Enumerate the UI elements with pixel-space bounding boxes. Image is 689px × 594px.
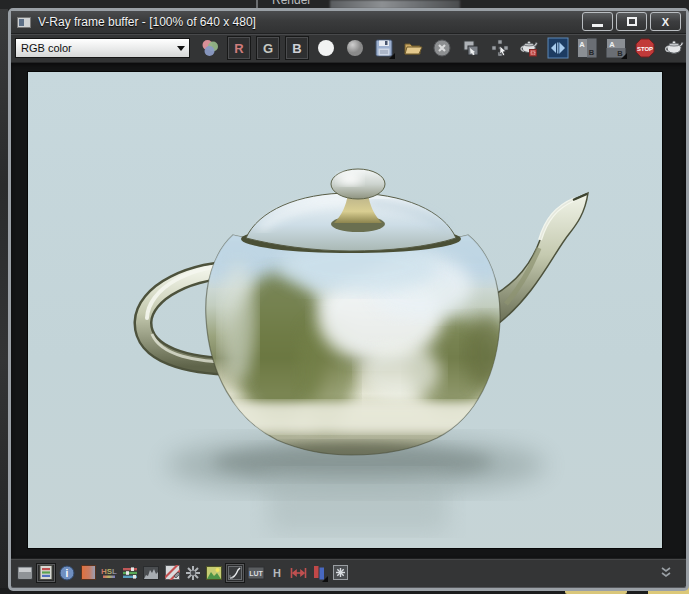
- show-corrections-button[interactable]: [36, 563, 56, 583]
- minimize-icon: [592, 24, 603, 27]
- white-balance-button[interactable]: [183, 563, 203, 583]
- stop-label: STOP: [637, 46, 653, 52]
- track-mouse-button[interactable]: [488, 36, 512, 60]
- icc-dropdown-arrow: [322, 576, 328, 582]
- info-icon: i: [59, 565, 75, 581]
- maximize-button[interactable]: [616, 12, 647, 31]
- corrections-list-icon: [39, 565, 53, 580]
- background-image-button[interactable]: [204, 563, 224, 583]
- duplicate-frames-icon: [461, 38, 481, 58]
- white-balance-snowflake-icon: [185, 565, 201, 581]
- pixel-information-button[interactable]: i: [57, 563, 77, 583]
- render-viewport: [11, 63, 686, 558]
- region-render-button[interactable]: [517, 36, 541, 60]
- expand-statusbar-button[interactable]: [656, 563, 676, 583]
- resize-arrows-icon: [290, 567, 307, 579]
- minimize-button[interactable]: [582, 12, 613, 31]
- load-image-button[interactable]: [401, 36, 425, 60]
- track-mouse-icon: [490, 38, 510, 58]
- ab-b-label: B: [589, 48, 595, 57]
- channel-colors-button[interactable]: [198, 36, 222, 60]
- boxed-asterisk-icon: [333, 565, 348, 580]
- ab-dropdown-arrow: [621, 53, 627, 59]
- levels-button[interactable]: [141, 563, 161, 583]
- open-folder-icon: [403, 38, 423, 58]
- icc-profile-button[interactable]: [309, 563, 329, 583]
- compare-arrows-icon: [547, 37, 569, 59]
- info-glyph: i: [66, 568, 69, 579]
- save-dropdown-arrow: [389, 53, 395, 59]
- exposure-button[interactable]: [162, 563, 182, 583]
- blue-channel-label: B: [292, 41, 301, 56]
- color-sliders-icon: [122, 566, 138, 580]
- lut-label: LUT: [249, 570, 263, 577]
- background-image-icon: [206, 566, 222, 580]
- render-last-button[interactable]: [662, 36, 686, 60]
- double-chevron-down-icon: [659, 567, 673, 579]
- vray-frame-buffer-window: V-Ray frame buffer - [100% of 640 x 480]…: [8, 8, 689, 591]
- clear-x-icon: [432, 38, 452, 58]
- ab-horizontal-button[interactable]: A B: [575, 36, 599, 60]
- red-channel-label: R: [234, 41, 243, 56]
- duplicate-to-host-button[interactable]: [459, 36, 483, 60]
- channels-drive-icon: [17, 566, 33, 580]
- vfb-statusbar: i HSL: [11, 558, 686, 586]
- alpha-button[interactable]: [343, 36, 367, 60]
- compare-horizontal-button[interactable]: [546, 36, 570, 60]
- color-balance-button[interactable]: [120, 563, 140, 583]
- ab-a-label: A: [579, 40, 585, 49]
- close-button[interactable]: X: [650, 12, 681, 31]
- region-render-teapot-icon: [519, 38, 539, 58]
- teapot-render: [28, 72, 662, 548]
- rendered-image: [27, 71, 663, 549]
- save-image-button[interactable]: [372, 36, 396, 60]
- channel-dropdown-value: RGB color: [21, 42, 72, 54]
- effects-button[interactable]: [330, 563, 350, 583]
- hsl-icon: HSL: [100, 565, 118, 580]
- stamp-button[interactable]: [288, 563, 308, 583]
- clear-image-button[interactable]: [430, 36, 454, 60]
- render-teapot-icon: [663, 37, 685, 59]
- parent-window-left-edge: [0, 9, 8, 594]
- histogram-icon: [143, 566, 159, 580]
- parent-render-tab: Render: [272, 0, 311, 7]
- hsl-correction-button[interactable]: HSL: [99, 563, 119, 583]
- toolbar-icons: R G B: [198, 36, 686, 60]
- curves-icon: [228, 566, 242, 580]
- channel-dropdown[interactable]: RGB color: [15, 38, 190, 58]
- vfb-toolbar: RGB color R G B: [11, 33, 686, 63]
- green-channel-button[interactable]: G: [256, 36, 280, 60]
- window-controls: X: [582, 12, 681, 31]
- exposure-pencil-icon: [165, 565, 180, 580]
- force-color-clamping-button[interactable]: [78, 563, 98, 583]
- maximize-icon: [627, 17, 637, 26]
- h-label: H: [273, 567, 281, 579]
- ab-vertical-button[interactable]: A B: [604, 36, 628, 60]
- ab-a-label-2: A: [609, 40, 615, 49]
- save-channels-button[interactable]: [15, 563, 35, 583]
- green-channel-label: G: [263, 41, 273, 56]
- stop-render-button[interactable]: STOP: [633, 36, 657, 60]
- rgb-circles-icon: [200, 38, 220, 58]
- stop-sign-icon: STOP: [634, 37, 656, 59]
- curves-correction-button[interactable]: [225, 563, 245, 583]
- lut-correction-button[interactable]: LUT: [246, 563, 266, 583]
- monochrome-button[interactable]: [314, 36, 338, 60]
- blue-channel-button[interactable]: B: [285, 36, 309, 60]
- titlebar[interactable]: V-Ray frame buffer - [100% of 640 x 480]…: [11, 11, 686, 33]
- chevron-down-icon: [177, 46, 185, 51]
- clamp-gradient-icon: [81, 565, 96, 580]
- lut-icon: LUT: [247, 566, 265, 580]
- gray-circle-icon: [345, 38, 365, 58]
- white-circle-icon: [316, 38, 336, 58]
- red-channel-button[interactable]: R: [227, 36, 251, 60]
- window-title: V-Ray frame buffer - [100% of 640 x 480]: [38, 15, 256, 29]
- ab-compare-icon: A B: [576, 37, 598, 59]
- window-icon: [17, 17, 31, 28]
- display-in-srgb-button[interactable]: H: [267, 563, 287, 583]
- hsl-label: HSL: [101, 567, 117, 576]
